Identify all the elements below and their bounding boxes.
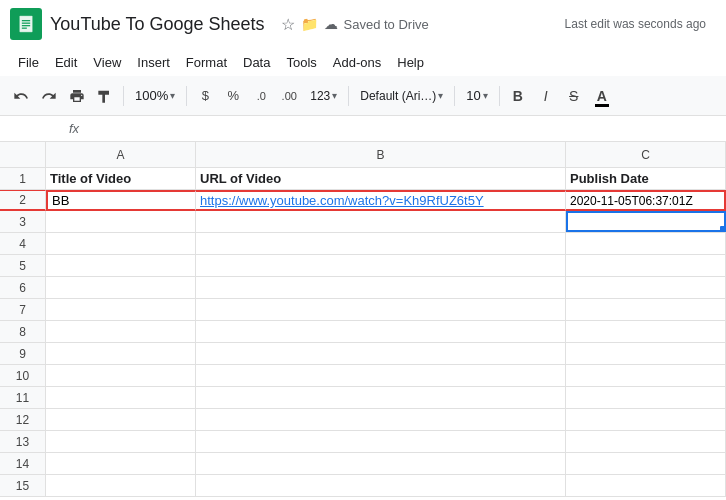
cell-c4[interactable] xyxy=(566,233,726,254)
cell-b14[interactable] xyxy=(196,453,566,474)
row-number-4: 4 xyxy=(0,233,46,254)
table-row: 9 xyxy=(0,343,726,365)
cell-c8[interactable] xyxy=(566,321,726,342)
cell-b12[interactable] xyxy=(196,409,566,430)
row-number-8: 8 xyxy=(0,321,46,342)
table-row: 5 xyxy=(0,255,726,277)
toolbar-separator-1 xyxy=(123,86,124,106)
menu-tools[interactable]: Tools xyxy=(278,52,324,73)
more-formats-button[interactable]: 123 ▾ xyxy=(304,82,343,110)
col-header-a[interactable]: A xyxy=(46,142,196,167)
menu-file[interactable]: File xyxy=(10,52,47,73)
cell-a1[interactable]: Title of Video xyxy=(46,168,196,189)
cell-c2[interactable]: 2020-11-05T06:37:01Z xyxy=(566,190,726,211)
cell-b1[interactable]: URL of Video xyxy=(196,168,566,189)
paint-format-button[interactable] xyxy=(92,82,118,110)
cell-c5[interactable] xyxy=(566,255,726,276)
cell-a12[interactable] xyxy=(46,409,196,430)
increase-decimal-button[interactable]: .00 xyxy=(276,82,302,110)
cell-a14[interactable] xyxy=(46,453,196,474)
bold-button[interactable]: B xyxy=(505,82,531,110)
toolbar-separator-4 xyxy=(454,86,455,106)
menu-help[interactable]: Help xyxy=(389,52,432,73)
cell-b9[interactable] xyxy=(196,343,566,364)
cell-b10[interactable] xyxy=(196,365,566,386)
drive-cloud-icon: ☁ xyxy=(324,16,338,32)
cell-c15[interactable] xyxy=(566,475,726,496)
print-button[interactable] xyxy=(64,82,90,110)
font-size-dropdown[interactable]: 10 ▾ xyxy=(460,82,493,110)
cell-b8[interactable] xyxy=(196,321,566,342)
menu-format[interactable]: Format xyxy=(178,52,235,73)
decrease-decimal-button[interactable]: .0 xyxy=(248,82,274,110)
toolbar-separator-2 xyxy=(186,86,187,106)
last-edit-status: Last edit was seconds ago xyxy=(565,17,716,31)
cell-c13[interactable] xyxy=(566,431,726,452)
zoom-dropdown[interactable]: 100% ▾ xyxy=(129,82,181,110)
table-row: 11 xyxy=(0,387,726,409)
cell-c7[interactable] xyxy=(566,299,726,320)
size-chevron: ▾ xyxy=(483,90,488,101)
star-icon[interactable]: ☆ xyxy=(281,15,295,34)
font-chevron: ▾ xyxy=(438,90,443,101)
italic-button[interactable]: I xyxy=(533,82,559,110)
cell-c1[interactable]: Publish Date xyxy=(566,168,726,189)
cell-c6[interactable] xyxy=(566,277,726,298)
cell-c9[interactable] xyxy=(566,343,726,364)
sheets-icon xyxy=(10,8,42,40)
table-row: 4 xyxy=(0,233,726,255)
spreadsheet: A B C 1 Title of Video URL of Video Publ… xyxy=(0,142,726,497)
cell-c12[interactable] xyxy=(566,409,726,430)
cell-b11[interactable] xyxy=(196,387,566,408)
cell-a5[interactable] xyxy=(46,255,196,276)
row-number-6: 6 xyxy=(0,277,46,298)
cell-a11[interactable] xyxy=(46,387,196,408)
cell-a6[interactable] xyxy=(46,277,196,298)
cell-a7[interactable] xyxy=(46,299,196,320)
menu-data[interactable]: Data xyxy=(235,52,278,73)
col-header-c[interactable]: C xyxy=(566,142,726,167)
strikethrough-button[interactable]: S xyxy=(561,82,587,110)
svg-rect-0 xyxy=(19,16,32,33)
cell-b4[interactable] xyxy=(196,233,566,254)
redo-button[interactable] xyxy=(36,82,62,110)
cell-a13[interactable] xyxy=(46,431,196,452)
table-row: 3 xyxy=(0,211,726,233)
cell-a8[interactable] xyxy=(46,321,196,342)
cell-c10[interactable] xyxy=(566,365,726,386)
menu-insert[interactable]: Insert xyxy=(129,52,178,73)
cell-c11[interactable] xyxy=(566,387,726,408)
font-color-button[interactable]: A xyxy=(589,82,615,110)
cell-b13[interactable] xyxy=(196,431,566,452)
cell-b7[interactable] xyxy=(196,299,566,320)
fill-handle[interactable] xyxy=(720,226,726,232)
cell-b2[interactable]: https://www.youtube.com/watch?v=Kh9RfUZ6… xyxy=(196,190,566,211)
col-header-b[interactable]: B xyxy=(196,142,566,167)
cell-a4[interactable] xyxy=(46,233,196,254)
table-row: 7 xyxy=(0,299,726,321)
cell-c3[interactable] xyxy=(566,211,726,232)
move-icon[interactable]: 📁 xyxy=(301,16,318,32)
cell-c14[interactable] xyxy=(566,453,726,474)
cell-a10[interactable] xyxy=(46,365,196,386)
table-row: 13 xyxy=(0,431,726,453)
doc-title[interactable]: YouTube To Googe Sheets xyxy=(50,14,265,35)
cell-a2[interactable]: BB xyxy=(46,190,196,211)
cell-b6[interactable] xyxy=(196,277,566,298)
percent-button[interactable]: % xyxy=(220,82,246,110)
cell-a15[interactable] xyxy=(46,475,196,496)
cell-b5[interactable] xyxy=(196,255,566,276)
cell-a3[interactable] xyxy=(46,211,196,232)
font-family-dropdown[interactable]: Default (Ari…) ▾ xyxy=(354,82,449,110)
menu-edit[interactable]: Edit xyxy=(47,52,85,73)
currency-button[interactable]: $ xyxy=(192,82,218,110)
menu-view[interactable]: View xyxy=(85,52,129,73)
cell-b3[interactable] xyxy=(196,211,566,232)
cell-a9[interactable] xyxy=(46,343,196,364)
menu-addons[interactable]: Add-ons xyxy=(325,52,389,73)
title-bar: YouTube To Googe Sheets ☆ 📁 ☁ Saved to D… xyxy=(0,0,726,48)
table-row: 1 Title of Video URL of Video Publish Da… xyxy=(0,168,726,190)
undo-button[interactable] xyxy=(8,82,34,110)
row-number-1: 1 xyxy=(0,168,46,189)
cell-b15[interactable] xyxy=(196,475,566,496)
